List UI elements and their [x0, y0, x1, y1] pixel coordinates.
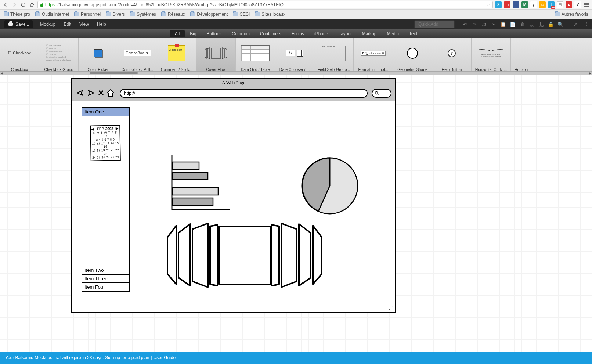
stencil-color-picker[interactable]: Color Picker [79, 38, 118, 75]
bookmark-folder[interactable]: Réseaux [161, 12, 185, 17]
mockup-url-bar[interactable]: http:// [120, 89, 368, 98]
stencil-scrollbar[interactable]: ◀ ▶ [0, 71, 592, 75]
ext-icon-m[interactable]: M [521, 1, 528, 8]
accordion-item-2[interactable]: Item Two [82, 266, 129, 275]
ungroup-icon[interactable]: ⿺ [538, 22, 544, 27]
url-bar[interactable]: https ://balsamiqgdrive.appspot.com /?co… [37, 1, 493, 8]
stencil-help-button[interactable]: ? Help Button [432, 38, 472, 75]
stencil-sticky-note[interactable]: A comment Comment / Stick... [157, 38, 196, 75]
cal-next-icon[interactable]: ▶ [116, 126, 119, 131]
undo-icon[interactable]: ↶ [462, 22, 468, 27]
bookmark-label: Sites locaux [261, 12, 285, 17]
stencil-checkbox[interactable]: ☐ Checkbox Checkbox [0, 38, 39, 75]
bookmark-star-icon[interactable]: ☆ [486, 2, 490, 7]
resize-handle-icon[interactable]: ⋰ [389, 305, 394, 311]
ext-icon-orange[interactable]: ☺ [539, 1, 546, 8]
mockup-search-field[interactable] [372, 89, 391, 98]
stencil-formatting-toolbar[interactable]: B I U ━ A ▪ ≡ ≡ ≡ ▦ Formatting Tool... [354, 38, 393, 75]
scroll-left-icon[interactable]: ◀ [0, 72, 4, 75]
paste-icon[interactable]: 📄 [510, 22, 516, 27]
ext-icon-1[interactable]: X [495, 1, 502, 8]
cat-iphone[interactable]: iPhone [309, 30, 333, 37]
stencil-combobox[interactable]: ComboBox▼ ComboBox / Pull... [118, 38, 157, 75]
menu-view[interactable]: View [79, 22, 89, 27]
bookmark-other[interactable]: Autres favoris [555, 12, 588, 17]
quick-add-input[interactable] [414, 20, 455, 28]
forward-button[interactable] [11, 1, 18, 8]
mockup-calendar[interactable]: ◀FEB 2008▶ S M T W T F S 1 2 3 4 5 6 7 8… [90, 125, 121, 161]
ext-icon-red[interactable]: ▲ [566, 1, 572, 8]
accordion-item-4[interactable]: Item Four [82, 283, 129, 291]
ext-icon-facebook[interactable]: f [513, 1, 519, 8]
lock-icon[interactable]: 🔒 [548, 22, 554, 27]
scroll-thumb[interactable] [90, 72, 138, 74]
ext-icon-2[interactable]: ◻ [504, 1, 510, 8]
bookmark-folder[interactable]: Sites locaux [255, 12, 285, 17]
app-menu-bar: Save... Mockup Edit View Help ↶ ↷ ⿻ ✂ 📋 … [0, 19, 592, 29]
mockup-coverflow[interactable] [165, 223, 322, 289]
cat-media[interactable]: Media [382, 30, 404, 37]
trial-signup-link[interactable]: Sign up for a paid plan [105, 355, 149, 360]
delete-icon[interactable]: 🗑 [519, 22, 525, 27]
cat-layout[interactable]: Layout [333, 30, 357, 37]
stencil-date-chooser[interactable]: / / Date Chooser / ... [275, 38, 314, 75]
search-icon[interactable]: 🔍 [557, 22, 563, 27]
menu-help[interactable]: Help [97, 22, 106, 27]
mockup-accordion[interactable]: Item One ◀FEB 2008▶ S M T W T F S 1 2 3 … [82, 107, 130, 292]
fullscreen-icon[interactable]: ⛶ [582, 22, 588, 27]
ext-icon-grid[interactable]: ⊞ [557, 1, 563, 8]
stencil-horizontal-cut[interactable]: Horizont [511, 38, 533, 75]
scroll-right-icon[interactable]: ▶ [588, 72, 592, 75]
copy-icon[interactable]: ⿻ [481, 22, 487, 27]
cut-icon[interactable]: ✂ [491, 22, 497, 27]
expand-icon[interactable]: ⤢ [572, 22, 578, 27]
cal-prev-icon[interactable]: ◀ [91, 127, 94, 131]
cat-containers[interactable]: Containers [255, 30, 286, 37]
cat-big[interactable]: Big [185, 30, 201, 37]
ext-icon-swallow[interactable]: y [530, 1, 537, 8]
bookmark-folder[interactable]: Personnel [74, 12, 101, 17]
chrome-menu-button[interactable] [583, 1, 590, 8]
bookmark-folder[interactable]: Outils internet [35, 12, 69, 17]
bookmark-folder[interactable]: Divers [106, 12, 125, 17]
cat-forms[interactable]: Forms [286, 30, 309, 37]
cat-buttons[interactable]: Buttons [202, 30, 227, 37]
accordion-item-3[interactable]: Item Three [82, 275, 129, 283]
mockup-forward-icon[interactable] [87, 89, 95, 97]
stencil-data-grid[interactable]: Data Grid / Table [236, 38, 275, 75]
bookmark-folder[interactable]: Développement [190, 12, 228, 17]
stencil-geometric-shape[interactable]: Geometric Shape [393, 38, 432, 75]
ext-icon-twitter[interactable]: t29 [548, 1, 555, 8]
stencil-hcurly-brace[interactable]: A paragraph of text.A second row of text… [472, 38, 511, 75]
clipboard-icon[interactable]: 📋 [500, 22, 506, 27]
ext-icon-v[interactable]: V [574, 1, 581, 8]
stencil-coverflow[interactable]: Cover Flow [196, 38, 236, 75]
bookmark-folder[interactable]: Systèmes [130, 12, 156, 17]
mockup-pie-chart[interactable] [300, 156, 359, 215]
back-button[interactable] [2, 1, 9, 8]
mockup-home-icon[interactable] [107, 89, 115, 97]
cat-all[interactable]: All [170, 30, 185, 37]
menu-edit[interactable]: Edit [64, 22, 71, 27]
home-button[interactable] [29, 1, 35, 8]
mockup-back-icon[interactable] [76, 89, 84, 97]
mockup-stop-icon[interactable] [98, 90, 104, 96]
trial-guide-link[interactable]: User Guide [154, 355, 176, 360]
canvas[interactable]: A Web Page http:// Item One ◀FEB 2008▶ S… [0, 75, 592, 352]
folder-icon [255, 12, 260, 16]
mockup-bar-chart[interactable] [170, 155, 232, 213]
stencil-checkbox-group[interactable]: ☐ not selected☑ selected☐ indeterminate☐… [39, 38, 79, 75]
group-icon[interactable]: ⿴ [529, 22, 535, 27]
bookmark-folder[interactable]: Thèse pro [4, 12, 30, 17]
cat-text[interactable]: Text [404, 30, 422, 37]
stencil-fieldset[interactable]: Group Name Field Set / Group... [314, 38, 354, 75]
menu-mockup[interactable]: Mockup [40, 22, 55, 27]
accordion-item-1[interactable]: Item One [82, 108, 129, 116]
redo-icon[interactable]: ↷ [472, 22, 477, 27]
cat-common[interactable]: Common [227, 30, 255, 37]
mockup-browser-window[interactable]: A Web Page http:// Item One ◀FEB 2008▶ S… [71, 78, 396, 313]
bookmark-folder[interactable]: CESI [233, 12, 250, 17]
cat-markup[interactable]: Markup [357, 30, 382, 37]
save-button[interactable]: Save... [4, 20, 33, 28]
reload-button[interactable] [20, 1, 26, 8]
